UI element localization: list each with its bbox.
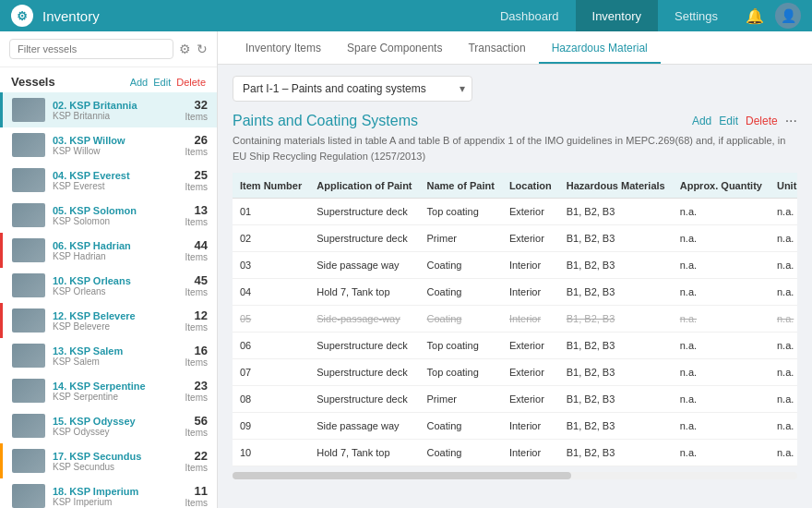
part-dropdown[interactable]: Part I-1 – Paints and coating systems xyxy=(233,76,472,102)
table-header-0: Item Number xyxy=(233,173,309,199)
horizontal-scrollbar[interactable] xyxy=(233,472,797,479)
tab-spare-components[interactable]: Spare Components xyxy=(334,34,455,64)
vessel-thumbnail xyxy=(12,344,45,368)
main-content: Inventory ItemsSpare ComponentsTransacti… xyxy=(218,31,812,508)
vessel-item[interactable]: 13. KSP SalemKSP Salem16Items xyxy=(0,338,217,373)
table-row[interactable]: 10Hold 7, Tank topCoatingInteriorB1, B2,… xyxy=(233,440,797,466)
vessel-item[interactable]: 03. KSP WillowKSP Willow26Items xyxy=(0,127,217,163)
table-row[interactable]: 08Superstructure deckPrimerExteriorB1, B… xyxy=(233,386,797,413)
main-layout: ⚙ ↻ Vessels Add Edit Delete 02. KSP Brit… xyxy=(0,31,812,508)
vessel-count-label: Items xyxy=(185,322,208,333)
vessel-item[interactable]: 14. KSP SerpentineKSP Serpentine23Items xyxy=(0,373,217,408)
vessel-sub-name: KSP Britannia xyxy=(53,111,185,121)
table-cell-4: B1, B2, B3 xyxy=(559,413,673,440)
edit-item-button[interactable]: Edit xyxy=(719,115,738,127)
vessels-list: 02. KSP BritanniaKSP Britannia32Items03.… xyxy=(0,92,217,508)
table-cell-3: Exterior xyxy=(502,333,559,359)
delete-vessel-button[interactable]: Delete xyxy=(176,77,206,88)
table-row[interactable]: 06Superstructure deckTop coatingExterior… xyxy=(233,333,797,359)
table-cell-0: 01 xyxy=(233,199,309,225)
table-cell-1: Side-passage-way xyxy=(309,306,419,333)
tab-transaction[interactable]: Transaction xyxy=(455,34,538,64)
add-item-button[interactable]: Add xyxy=(692,115,711,127)
table-row[interactable]: 05Side-passage-wayCoatingInteriorB1, B2,… xyxy=(233,306,797,333)
table-row[interactable]: 02Superstructure deckPrimerExteriorB1, B… xyxy=(233,225,797,252)
table-header-6: Unit xyxy=(770,173,797,199)
vessel-count-label: Items xyxy=(185,147,208,157)
table-cell-3: Interior xyxy=(502,306,559,333)
app-title: Inventory xyxy=(42,8,484,24)
table-row[interactable]: 03Side passage wayCoatingInteriorB1, B2,… xyxy=(233,252,797,279)
vessel-item[interactable]: 02. KSP BritanniaKSP Britannia32Items xyxy=(0,92,217,127)
vessel-item-count: 44 xyxy=(185,238,208,252)
delete-item-button[interactable]: Delete xyxy=(746,115,778,127)
table-cell-4: B1, B2, B3 xyxy=(559,333,673,359)
edit-vessel-button[interactable]: Edit xyxy=(153,77,171,88)
dropdown-row: Part I-1 – Paints and coating systems xyxy=(233,76,797,102)
vessel-sub-name: KSP Everest xyxy=(53,181,185,191)
table-row[interactable]: 09Side passage wayCoatingInteriorB1, B2,… xyxy=(233,413,797,440)
vessel-item[interactable]: 05. KSP SolomonKSP Solomon13Items xyxy=(0,198,217,233)
table-cell-2: Top coating xyxy=(420,359,502,386)
notification-bell-icon[interactable]: 🔔 xyxy=(742,3,768,29)
vessel-thumbnail xyxy=(12,133,45,157)
table-cell-0: 10 xyxy=(233,440,309,466)
vessel-sub-name: KSP Imperium xyxy=(53,497,185,507)
content-area: Part I-1 – Paints and coating systems Pa… xyxy=(218,65,812,508)
hazmat-table: Item NumberApplication of PaintName of P… xyxy=(233,173,797,466)
filter-vessels-input[interactable] xyxy=(9,39,173,59)
more-actions-button[interactable]: ··· xyxy=(785,113,797,129)
vessels-section-title: Vessels xyxy=(11,75,55,89)
add-vessel-button[interactable]: Add xyxy=(130,77,149,88)
user-avatar[interactable]: 👤 xyxy=(775,3,801,29)
table-cell-2: Top coating xyxy=(420,199,502,225)
table-cell-5: n.a. xyxy=(673,252,770,279)
vessel-item[interactable]: 04. KSP EverestKSP Everest25Items xyxy=(0,163,217,198)
table-cell-4: B1, B2, B3 xyxy=(559,252,673,279)
tab-inventory-items[interactable]: Inventory Items xyxy=(233,34,334,64)
vessel-item[interactable]: 17. KSP SecundusKSP Secundus22Items xyxy=(0,443,217,478)
vessel-item[interactable]: 15. KSP OdysseyKSP Odyssey56Items xyxy=(0,408,217,443)
table-row[interactable]: 07Superstructure deckTop coatingExterior… xyxy=(233,359,797,386)
table-row[interactable]: 01Superstructure deckTop coatingExterior… xyxy=(233,199,797,225)
vessel-thumbnail xyxy=(12,379,45,403)
section-title: Paints and Coating Systems xyxy=(233,113,418,129)
vessel-sub-name: KSP Secundus xyxy=(53,462,185,472)
filter-icon[interactable]: ⚙ xyxy=(179,42,191,56)
nav-dashboard[interactable]: Dashboard xyxy=(484,0,576,31)
table-cell-1: Hold 7, Tank top xyxy=(309,440,419,466)
vessel-thumbnail xyxy=(12,484,45,508)
table-cell-5: n.a. xyxy=(673,225,770,252)
vessel-item[interactable]: 12. KSP BelevereKSP Belevere12Items xyxy=(0,303,217,338)
vessel-item[interactable]: 18. KSP ImperiumKSP Imperium11Items xyxy=(0,478,217,508)
table-cell-0: 05 xyxy=(233,306,309,333)
vessel-item-count: 16 xyxy=(185,344,208,357)
section-header: Paints and Coating Systems Add Edit Dele… xyxy=(233,113,797,129)
table-cell-6: n.a. xyxy=(770,333,797,359)
vessel-sub-name: KSP Belevere xyxy=(53,321,185,332)
vessel-thumbnail xyxy=(12,203,45,227)
vessel-item[interactable]: 06. KSP HadrianKSP Hadrian44Items xyxy=(0,233,217,268)
refresh-icon[interactable]: ↻ xyxy=(197,42,208,56)
vessel-count-label: Items xyxy=(185,463,208,473)
table-cell-0: 03 xyxy=(233,252,309,279)
nav-inventory[interactable]: Inventory xyxy=(576,0,658,31)
table-cell-4: B1, B2, B3 xyxy=(559,199,673,225)
table-row[interactable]: 04Hold 7, Tank topCoatingInteriorB1, B2,… xyxy=(233,279,797,306)
nav-settings[interactable]: Settings xyxy=(658,0,734,31)
table-cell-2: Primer xyxy=(420,225,502,252)
vessel-sub-name: KSP Solomon xyxy=(53,216,185,226)
logo-icon: ⚙ xyxy=(17,9,28,23)
vessel-sub-name: KSP Willow xyxy=(53,146,185,156)
tab-hazardous-material[interactable]: Hazardous Material xyxy=(539,34,661,64)
table-cell-2: Top coating xyxy=(420,333,502,359)
vessel-count-label: Items xyxy=(185,357,208,368)
table-cell-0: 02 xyxy=(233,225,309,252)
vessel-count-label: Items xyxy=(185,428,208,438)
vessel-item[interactable]: 10. KSP OrleansKSP Orleans45Items xyxy=(0,268,217,303)
table-cell-0: 07 xyxy=(233,359,309,386)
vessel-thumbnail xyxy=(12,98,45,122)
vessel-thumbnail xyxy=(12,168,45,192)
table-cell-3: Exterior xyxy=(502,225,559,252)
table-cell-6: n.a. xyxy=(770,306,797,333)
